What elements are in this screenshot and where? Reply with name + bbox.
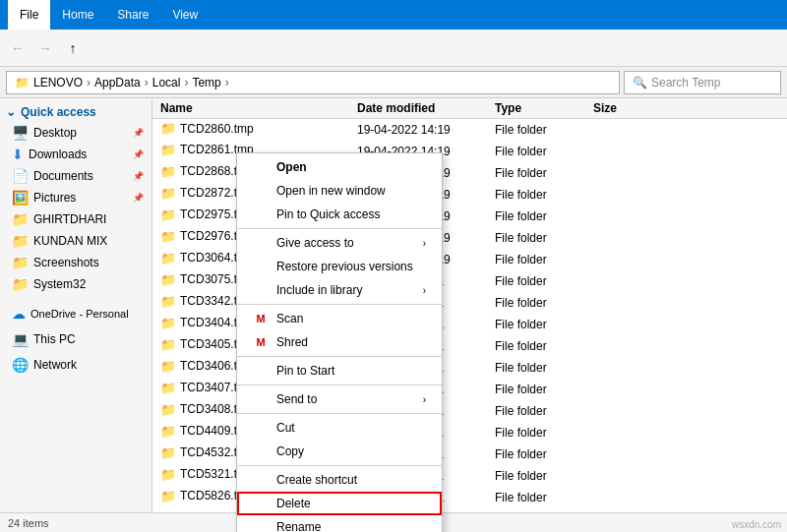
- sidebar-item-system32[interactable]: 📁 System32: [0, 273, 151, 295]
- submenu-arrow: ›: [423, 238, 426, 249]
- sidebar-item-documents[interactable]: 📄 Documents 📌: [0, 165, 151, 187]
- search-icon: 🔍: [633, 76, 647, 89]
- network-icon: 🌐: [12, 357, 29, 373]
- folder-icon-system32: 📁: [12, 276, 29, 292]
- tab-view[interactable]: View: [160, 0, 210, 30]
- col-date[interactable]: Date modified: [349, 98, 487, 119]
- table-row[interactable]: 📁TCD2860.tmp19-04-2022 14:19File folder: [152, 119, 787, 141]
- file-type: File folder: [487, 206, 585, 227]
- up-button[interactable]: ↑: [61, 36, 85, 60]
- context-menu-separator: [237, 465, 442, 466]
- file-type: File folder: [487, 465, 585, 487]
- context-menu-item[interactable]: Send to›: [237, 387, 442, 411]
- folder-icon: 📁: [160, 164, 176, 179]
- sidebar-item-screenshots[interactable]: 📁 Screenshots: [0, 252, 151, 273]
- sidebar-item-ghirtdhari[interactable]: 📁 GHIRTDHARI: [0, 208, 151, 230]
- folder-icon: 📁: [160, 316, 176, 330]
- path-lenovo[interactable]: LENOVO: [33, 76, 83, 89]
- thispc-icon: 💻: [12, 331, 29, 347]
- file-size: [585, 227, 787, 249]
- col-name[interactable]: Name: [152, 98, 349, 119]
- path-temp[interactable]: Temp: [192, 76, 220, 89]
- context-menu-item[interactable]: MShred: [237, 330, 442, 354]
- sidebar-network-label: Network: [33, 358, 77, 372]
- sidebar-item-kundan[interactable]: 📁 KUNDAN MIX: [0, 230, 151, 252]
- path-sep-1: ›: [87, 76, 91, 89]
- ctx-item-label: Open: [276, 160, 307, 174]
- ctx-item-label: Restore previous versions: [276, 260, 413, 273]
- tab-home[interactable]: Home: [50, 0, 105, 30]
- file-size: [585, 443, 787, 465]
- file-size: [585, 206, 787, 227]
- pin-icon-documents: 📌: [133, 171, 144, 181]
- file-size: [585, 422, 787, 443]
- ctx-item-label: Rename: [276, 520, 321, 532]
- sidebar-item-desktop[interactable]: 🖥️ Desktop 📌: [0, 122, 151, 144]
- context-menu-item[interactable]: MScan: [237, 307, 442, 330]
- context-menu-item[interactable]: Pin to Quick access: [237, 203, 442, 226]
- documents-icon: 📄: [12, 168, 29, 184]
- ctx-item-label: Shred: [276, 335, 308, 349]
- sidebar-item-downloads[interactable]: ⬇ Downloads 📌: [0, 144, 151, 165]
- sidebar-item-quick-access[interactable]: ⌄ Quick access: [0, 102, 151, 122]
- file-size: [585, 292, 787, 314]
- pictures-icon: 🖼️: [12, 190, 29, 206]
- path-appdata[interactable]: AppData: [94, 76, 141, 89]
- context-menu-item[interactable]: Delete: [237, 492, 442, 515]
- context-menu-item[interactable]: Copy: [237, 440, 442, 463]
- context-menu-item[interactable]: Cut: [237, 416, 442, 440]
- folder-icon: 📁: [160, 402, 176, 417]
- folder-icon: 📁: [160, 294, 176, 309]
- quick-access-label: Quick access: [21, 105, 96, 119]
- sidebar-item-pictures[interactable]: 🖼️ Pictures 📌: [0, 187, 151, 208]
- back-button[interactable]: ←: [6, 36, 30, 60]
- pin-icon-downloads: 📌: [133, 149, 144, 159]
- context-menu-item[interactable]: Include in library›: [237, 278, 442, 302]
- file-type: File folder: [487, 227, 585, 249]
- file-size: [585, 379, 787, 400]
- context-menu-item[interactable]: Open: [237, 155, 442, 179]
- sidebar-item-network[interactable]: 🌐 Network: [0, 354, 151, 376]
- pin-icon-desktop: 📌: [133, 128, 144, 138]
- folder-icon: 📁: [160, 467, 176, 482]
- file-type: File folder: [487, 141, 585, 162]
- tab-file[interactable]: File: [8, 0, 50, 30]
- context-menu-item[interactable]: Rename: [237, 515, 442, 532]
- context-menu-item[interactable]: Give access to›: [237, 231, 442, 255]
- path-local[interactable]: Local: [152, 76, 181, 89]
- folder-icon: 📁: [160, 272, 176, 287]
- col-size[interactable]: Size: [585, 98, 787, 119]
- context-menu-item[interactable]: Open in new window: [237, 179, 442, 203]
- sidebar-ghirtdhari-label: GHIRTDHARI: [33, 212, 106, 226]
- context-menu-item[interactable]: Restore previous versions: [237, 255, 442, 278]
- col-type[interactable]: Type: [487, 98, 585, 119]
- folder-icon: 📁: [160, 229, 176, 244]
- pin-icon-pictures: 📌: [133, 193, 144, 203]
- forward-button[interactable]: →: [33, 36, 57, 60]
- chevron-icon: ⌄: [6, 105, 16, 119]
- search-box[interactable]: 🔍 Search Temp: [624, 71, 781, 94]
- context-menu-item[interactable]: Pin to Start: [237, 359, 442, 383]
- tab-share[interactable]: Share: [105, 0, 160, 30]
- context-menu-item[interactable]: Create shortcut: [237, 468, 442, 492]
- sidebar-item-onedrive[interactable]: ☁ OneDrive - Personal: [0, 303, 151, 325]
- folder-icon: 📁: [160, 445, 176, 460]
- sidebar-item-thispc[interactable]: 💻 This PC: [0, 328, 151, 350]
- sidebar-system32-label: System32: [33, 277, 86, 291]
- submenu-arrow: ›: [423, 394, 426, 405]
- submenu-arrow: ›: [423, 285, 426, 296]
- file-size: [585, 508, 787, 513]
- address-path[interactable]: 📁 LENOVO › AppData › Local › Temp ›: [6, 71, 620, 94]
- address-bar: 📁 LENOVO › AppData › Local › Temp › 🔍 Se…: [0, 67, 787, 98]
- folder-icon: 📁: [160, 337, 176, 352]
- file-type: File folder: [487, 184, 585, 206]
- file-type: File folder: [487, 270, 585, 292]
- watermark: wsxdn.com: [732, 519, 781, 530]
- file-size: [585, 400, 787, 422]
- sidebar-downloads-label: Downloads: [29, 148, 87, 161]
- path-sep-4: ›: [225, 76, 229, 89]
- folder-icon: 📁: [160, 251, 176, 266]
- folder-icon: 📁: [160, 510, 176, 513]
- file-type: File folder: [487, 422, 585, 443]
- file-size: [585, 357, 787, 379]
